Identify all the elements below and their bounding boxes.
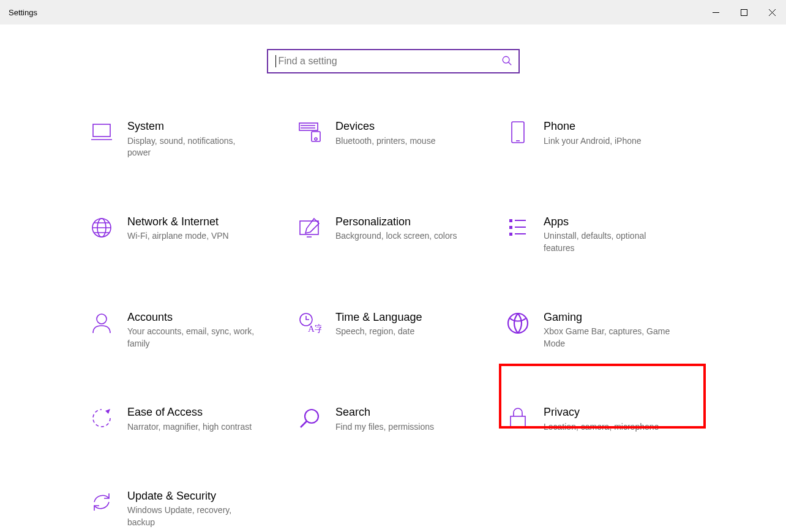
category-desc: Narrator, magnifier, high contrast — [127, 421, 252, 433]
svg-point-17 — [305, 410, 318, 423]
svg-point-1 — [503, 56, 509, 63]
category-title: Apps — [544, 215, 672, 229]
category-desc: Bluetooth, printers, mouse — [335, 135, 435, 148]
time-language-icon: A字 — [298, 311, 322, 335]
category-title: Privacy — [544, 406, 659, 419]
accounts-icon — [89, 311, 114, 335]
phone-icon — [506, 120, 530, 144]
category-desc: Display, sound, notifications, power — [127, 135, 256, 159]
category-title: Accounts — [127, 311, 256, 324]
svg-rect-11 — [509, 226, 512, 229]
gaming-icon — [506, 311, 530, 335]
svg-rect-18 — [511, 416, 525, 428]
category-title: Network & Internet — [127, 215, 229, 229]
category-time[interactable]: A字 Time & Language Speech, region, date — [295, 307, 497, 353]
search-box[interactable] — [267, 49, 520, 73]
search-icon — [501, 55, 512, 68]
magnifier-icon — [298, 406, 322, 430]
category-title: Personalization — [335, 215, 457, 229]
content-area: System Display, sound, notifications, po… — [0, 24, 786, 531]
category-title: Update & Security — [127, 490, 256, 503]
category-desc: Location, camera, microphone — [544, 421, 659, 433]
category-desc: Speech, region, date — [335, 326, 422, 338]
category-desc: Windows Update, recovery, backup — [127, 504, 256, 528]
personalization-icon — [298, 215, 322, 240]
category-accounts[interactable]: Accounts Your accounts, email, sync, wor… — [87, 307, 289, 353]
svg-rect-2 — [93, 124, 110, 137]
maximize-button[interactable] — [730, 0, 758, 24]
category-devices[interactable]: Devices Bluetooth, printers, mouse — [295, 116, 497, 162]
window-title: Settings — [9, 8, 37, 17]
text-caret — [275, 55, 276, 67]
globe-icon — [89, 215, 114, 240]
category-update[interactable]: Update & Security Windows Update, recove… — [87, 486, 289, 531]
category-search[interactable]: Search Find my files, permissions — [295, 402, 497, 435]
category-title: Devices — [335, 120, 435, 133]
category-title: Search — [335, 406, 434, 419]
svg-rect-3 — [299, 123, 318, 130]
ease-of-access-icon — [89, 406, 114, 430]
apps-icon — [506, 215, 530, 240]
search-container — [0, 49, 786, 73]
category-privacy[interactable]: Privacy Location, camera, microphone — [503, 402, 705, 435]
category-desc: Your accounts, email, sync, work, family — [127, 326, 256, 350]
category-grid: System Display, sound, notifications, po… — [81, 116, 705, 531]
category-title: Gaming — [544, 311, 672, 324]
category-title: Ease of Access — [127, 406, 252, 419]
titlebar: Settings — [0, 0, 786, 24]
category-title: System — [127, 120, 256, 133]
window-controls — [702, 0, 786, 24]
laptop-icon — [89, 120, 114, 144]
category-desc: Link your Android, iPhone — [544, 135, 642, 148]
svg-text:A字: A字 — [308, 324, 321, 334]
category-system[interactable]: System Display, sound, notifications, po… — [87, 116, 289, 162]
close-button[interactable] — [758, 0, 786, 24]
category-desc: Uninstall, defaults, optional features — [544, 230, 672, 254]
category-title: Phone — [544, 120, 642, 133]
svg-point-13 — [97, 314, 107, 324]
minimize-button[interactable] — [702, 0, 730, 24]
search-input[interactable] — [279, 56, 501, 67]
category-phone[interactable]: Phone Link your Android, iPhone — [503, 116, 705, 162]
category-desc: Background, lock screen, colors — [335, 230, 457, 242]
category-gaming[interactable]: Gaming Xbox Game Bar, captures, Game Mod… — [503, 307, 705, 353]
update-icon — [89, 490, 114, 514]
category-network[interactable]: Network & Internet Wi-Fi, airplane mode,… — [87, 212, 289, 257]
category-desc: Wi-Fi, airplane mode, VPN — [127, 230, 229, 242]
category-ease-of-access[interactable]: Ease of Access Narrator, magnifier, high… — [87, 402, 289, 435]
category-desc: Find my files, permissions — [335, 421, 434, 433]
svg-rect-6 — [512, 122, 524, 143]
lock-icon — [506, 406, 530, 430]
category-personalization[interactable]: Personalization Background, lock screen,… — [295, 212, 497, 257]
category-desc: Xbox Game Bar, captures, Game Mode — [544, 326, 672, 350]
svg-rect-0 — [741, 9, 747, 15]
svg-point-16 — [508, 313, 528, 333]
category-apps[interactable]: Apps Uninstall, defaults, optional featu… — [503, 212, 705, 257]
devices-icon — [298, 120, 322, 144]
svg-rect-10 — [509, 219, 512, 222]
category-title: Time & Language — [335, 311, 422, 324]
svg-rect-12 — [509, 233, 512, 236]
svg-point-5 — [315, 138, 317, 140]
